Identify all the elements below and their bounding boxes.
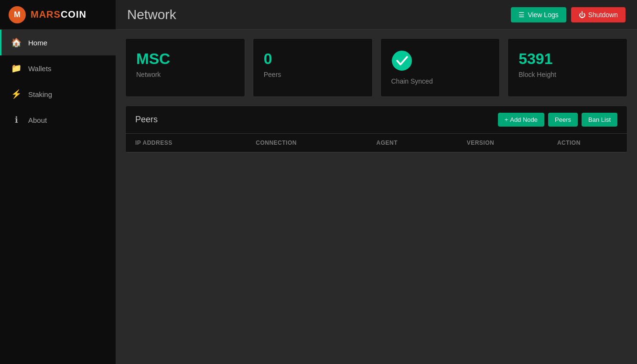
card-peers: 0 Peers [253, 38, 373, 97]
header: Network ☰ View Logs ⏻ Shutdown [116, 0, 637, 30]
sidebar: M MARSCOIN 🏠 Home 📁 Wallets ⚡ Staking ℹ … [0, 0, 116, 364]
card-chain-synced: Chain Synced [380, 38, 500, 97]
sidebar-item-staking[interactable]: ⚡ Staking [0, 81, 116, 107]
header-actions: ☰ View Logs ⏻ Shutdown [511, 7, 626, 22]
logo-suffix: COIN [61, 9, 86, 20]
card-network-value: MSC [136, 50, 234, 68]
peers-actions: + Add Node Peers Ban List [498, 113, 617, 127]
col-action: ACTION [557, 139, 617, 146]
sidebar-logo: M MARSCOIN [0, 0, 116, 30]
add-node-button[interactable]: + Add Node [498, 113, 544, 127]
page-title: Network [127, 7, 176, 22]
card-network: MSC Network [125, 38, 245, 97]
wallets-icon: 📁 [11, 63, 22, 74]
logo-icon: M [9, 6, 26, 23]
col-version: VERSION [467, 139, 557, 146]
peers-button[interactable]: Peers [548, 113, 578, 127]
power-icon: ⏻ [579, 11, 585, 19]
sidebar-item-staking-label: Staking [28, 90, 52, 98]
sidebar-item-about[interactable]: ℹ About [0, 107, 116, 133]
card-block-height-value: 5391 [518, 50, 616, 68]
sidebar-item-home-label: Home [28, 39, 47, 47]
sidebar-item-wallets-label: Wallets [28, 64, 52, 73]
chain-synced-icon [391, 50, 489, 75]
home-icon: 🏠 [11, 37, 22, 48]
about-icon: ℹ [11, 115, 22, 125]
card-peers-label: Peers [264, 71, 362, 78]
logs-icon: ☰ [518, 11, 525, 19]
plus-icon: + [505, 116, 508, 123]
staking-icon: ⚡ [11, 89, 22, 99]
ban-list-button[interactable]: Ban List [582, 113, 617, 127]
card-chain-synced-label: Chain Synced [391, 77, 489, 85]
peers-header: Peers + Add Node Peers Ban List [126, 106, 627, 134]
table-header: IP ADDRESS CONNECTION AGENT VERSION ACTI… [126, 134, 627, 152]
card-block-height-label: Block Height [518, 71, 616, 78]
card-block-height: 5391 Block Height [507, 38, 627, 97]
svg-point-0 [392, 51, 411, 70]
card-network-label: Network [136, 71, 234, 78]
peers-section: Peers + Add Node Peers Ban List IP ADDRE… [125, 106, 627, 153]
sidebar-item-home[interactable]: 🏠 Home [0, 30, 116, 55]
sidebar-item-about-label: About [28, 116, 47, 124]
logo-prefix: MARS [31, 9, 61, 20]
sidebar-item-wallets[interactable]: 📁 Wallets [0, 55, 116, 81]
logo-text: MARSCOIN [31, 9, 86, 20]
col-ip-address: IP ADDRESS [135, 139, 256, 146]
shutdown-button[interactable]: ⏻ Shutdown [571, 7, 626, 22]
card-peers-value: 0 [264, 50, 362, 68]
col-agent: AGENT [377, 139, 467, 146]
view-logs-button[interactable]: ☰ View Logs [511, 7, 566, 22]
peers-title: Peers [135, 115, 158, 125]
stats-cards: MSC Network 0 Peers Chain Synced 5391 Bl… [116, 30, 637, 106]
col-connection: CONNECTION [256, 139, 376, 146]
main-content: Network ☰ View Logs ⏻ Shutdown MSC Netwo… [116, 0, 637, 364]
